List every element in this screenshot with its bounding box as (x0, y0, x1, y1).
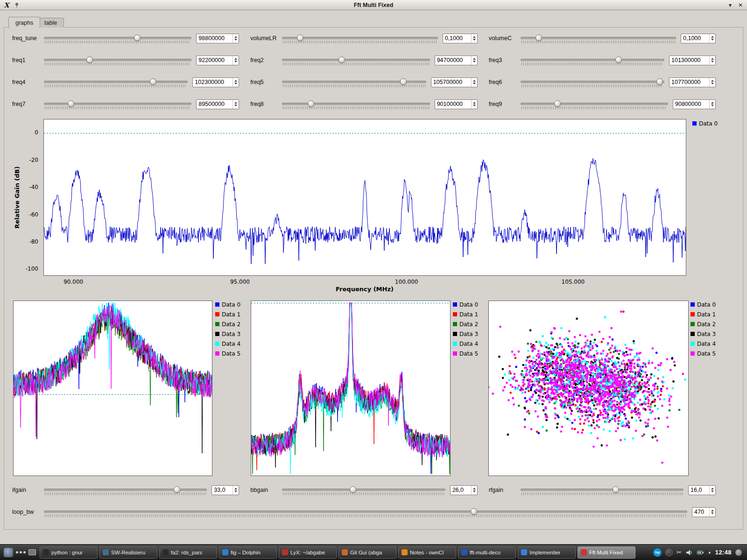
baseband-spectrum-canvas[interactable] (251, 301, 450, 476)
spin-up-icon[interactable] (473, 80, 476, 82)
slider-freq6[interactable] (521, 77, 664, 88)
spinbox-loop_bw[interactable]: 470 (692, 507, 716, 517)
spin-down-icon[interactable] (473, 61, 476, 63)
spin-up-icon[interactable] (711, 488, 714, 490)
spin-down-icon[interactable] (234, 61, 237, 63)
spinbox-freq7[interactable]: 89500000 (196, 99, 239, 109)
app-menu-icon[interactable] (4, 548, 13, 557)
slider-freq3[interactable] (521, 55, 664, 66)
spinbox-arrows[interactable] (233, 486, 239, 495)
slider-freq9[interactable] (521, 98, 668, 110)
tab-table[interactable]: table (37, 18, 64, 28)
pin-icon[interactable] (13, 1, 21, 9)
taskbar-task-git-gui-abga[interactable]: Git Gui (abga (338, 546, 396, 559)
slider-handle-volumeC[interactable] (536, 35, 542, 41)
slider-handle-freq2[interactable] (338, 56, 345, 63)
spinbox-freq1[interactable]: 92200000 (196, 56, 239, 65)
spinbox-arrows[interactable] (471, 78, 477, 87)
spinbox-arrows[interactable] (233, 34, 239, 43)
spin-up-icon[interactable] (473, 36, 476, 38)
taskbar-task-notes-owncl[interactable]: Notes - ownCl (398, 546, 456, 559)
spinbox-freq9[interactable]: 90800000 (673, 99, 716, 109)
taskbar-task-lyx-abgabe[interactable]: LyX: ~/abgabe (279, 546, 337, 559)
slider-volumeLR[interactable] (282, 33, 437, 44)
spin-down-icon[interactable] (711, 490, 714, 492)
spin-up-icon[interactable] (473, 488, 476, 490)
slider-freq8[interactable] (282, 98, 430, 110)
spinbox-arrows[interactable] (709, 78, 715, 87)
slider-handle-freq9[interactable] (554, 100, 561, 107)
spin-up-icon[interactable] (711, 58, 714, 60)
taskbar-task-sw-realisieru[interactable]: SW-Realisieru (99, 546, 157, 559)
spinbox-freq2[interactable]: 94700000 (435, 56, 478, 65)
spinbox-ifgain[interactable]: 33,0 (211, 485, 239, 495)
volume-icon[interactable] (685, 549, 693, 556)
taskbar-task-fa2-rds-pars[interactable]: fa2: rds_pars (159, 546, 217, 559)
taskbar-task-python-gnur[interactable]: python : gnur (40, 546, 98, 559)
spin-up-icon[interactable] (711, 80, 714, 82)
taskbar-task-fft-multi-deco[interactable]: fft-multi-deco (458, 546, 516, 559)
hp-indicator-icon[interactable]: hp (653, 548, 662, 557)
slider-volumeC[interactable] (521, 33, 676, 44)
spinbox-arrows[interactable] (709, 486, 715, 495)
spinbox-arrows[interactable] (233, 78, 239, 87)
spin-down-icon[interactable] (473, 105, 476, 106)
slider-handle-ifgain[interactable] (174, 486, 180, 493)
slider-handle-loop_bw[interactable] (471, 508, 477, 515)
spin-down-icon[interactable] (234, 39, 237, 41)
spin-down-icon[interactable] (711, 105, 714, 106)
slider-rfgain[interactable] (521, 484, 684, 496)
x-app-icon[interactable]: X (3, 1, 10, 9)
spin-down-icon[interactable] (473, 83, 476, 84)
spin-down-icon[interactable] (234, 490, 237, 492)
slider-handle-freq4[interactable] (150, 78, 156, 85)
tray-expand-icon[interactable]: ▲ (708, 550, 712, 554)
taskbar-task-fig-dolphin[interactable]: fig – Dolphin (219, 546, 277, 559)
spinbox-arrows[interactable] (709, 100, 715, 109)
slider-freq7[interactable] (44, 98, 191, 110)
spin-up-icon[interactable] (711, 36, 714, 38)
slider-handle-freq6[interactable] (656, 78, 663, 85)
close-button[interactable]: ✕ (737, 1, 744, 9)
spinbox-volumeC[interactable]: 0,1000 (681, 34, 716, 43)
spinbox-freq6[interactable]: 107700000 (669, 77, 716, 87)
constellation-canvas[interactable] (489, 301, 688, 476)
spin-up-icon[interactable] (711, 510, 714, 511)
spinbox-bbgain[interactable]: 26,0 (450, 485, 478, 495)
slider-handle-freq5[interactable] (400, 78, 407, 85)
slider-loop_bw[interactable] (44, 506, 687, 518)
spin-down-icon[interactable] (473, 490, 476, 492)
spin-up-icon[interactable] (473, 58, 476, 60)
spin-down-icon[interactable] (711, 39, 714, 41)
show-desktop-icon[interactable] (28, 549, 36, 555)
spinbox-arrows[interactable] (233, 100, 239, 109)
spin-up-icon[interactable] (234, 58, 237, 60)
spin-down-icon[interactable] (234, 105, 237, 106)
pager-icon[interactable] (16, 551, 26, 553)
slider-freq1[interactable] (44, 55, 191, 66)
spin-down-icon[interactable] (473, 39, 476, 41)
spinbox-freq4[interactable]: 102300000 (192, 77, 239, 87)
spinbox-arrows[interactable] (709, 34, 715, 43)
taskbar-task-implementier[interactable]: Implementier (518, 546, 576, 559)
slider-handle-volumeLR[interactable] (297, 35, 303, 41)
klipper-icon[interactable]: ✂ (677, 549, 682, 556)
battery-icon[interactable] (697, 549, 704, 556)
slider-handle-freq3[interactable] (615, 56, 622, 63)
slider-freq5[interactable] (282, 77, 426, 88)
spinbox-arrows[interactable] (709, 508, 715, 517)
spin-up-icon[interactable] (234, 102, 237, 104)
slider-handle-rfgain[interactable] (613, 486, 619, 493)
tab-graphs[interactable]: graphs (8, 17, 40, 28)
spin-up-icon[interactable] (711, 102, 714, 104)
spin-down-icon[interactable] (711, 512, 714, 514)
spinbox-arrows[interactable] (709, 56, 715, 65)
slider-handle-freq8[interactable] (308, 100, 314, 107)
spin-up-icon[interactable] (234, 36, 237, 38)
spinbox-freq3[interactable]: 101300000 (669, 56, 716, 65)
slider-bbgain[interactable] (282, 484, 445, 496)
spin-down-icon[interactable] (234, 83, 237, 84)
spinbox-rfgain[interactable]: 16,0 (688, 485, 716, 495)
spinbox-arrows[interactable] (471, 486, 477, 495)
spinbox-arrows[interactable] (233, 56, 239, 65)
